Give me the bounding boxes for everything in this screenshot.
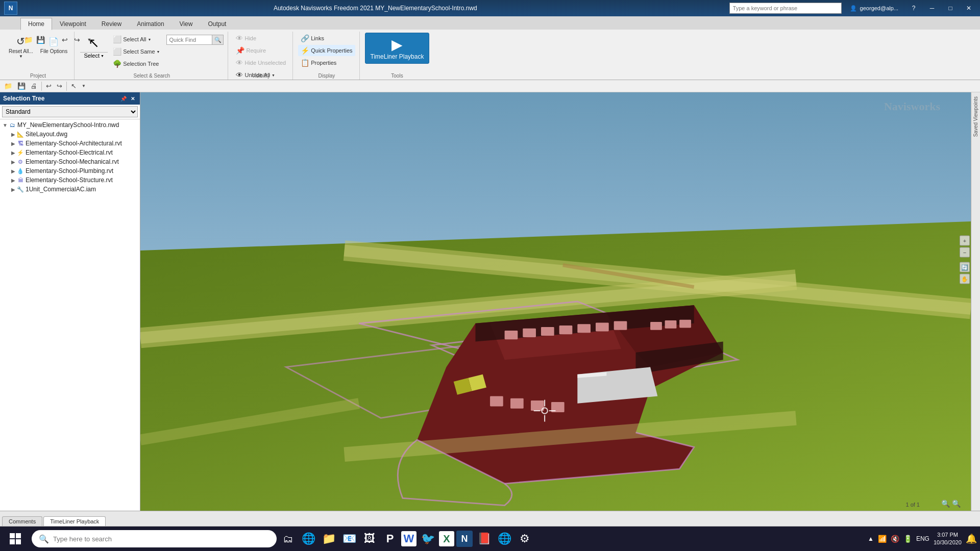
quick-properties-button[interactable]: ⚡ Quick Properties [298,45,355,56]
svg-rect-24 [650,322,662,330]
right-side-panel: Saved Viewpoints [971,92,980,511]
nav-separator [960,259,970,261]
item-label: Elementary-School-Electrical.rvt [26,149,113,156]
comments-tab[interactable]: Comments [2,516,42,526]
app-title: Autodesk Navisworks Freedom 2021 MY_NewE… [21,5,729,12]
show-hidden-icons[interactable]: ▲ [868,535,874,542]
powerpoint-icon[interactable]: P [381,530,399,548]
task-view-button[interactable]: 🗂 [279,530,297,548]
tb-dropdown[interactable]: ▼ [80,81,88,91]
tab-review[interactable]: Review [94,18,129,30]
minimize-button[interactable]: ─ [925,3,939,14]
tab-view[interactable]: View [172,18,201,30]
project-group-label: Project [2,73,74,79]
taskbar-right: ▲ 📶 🔇 🔋 ENG 3:07 PM 10/30/2020 🔔 [868,531,977,547]
separator2 [66,82,67,91]
secondary-toolbar: 📁 💾 🖨 ↩ ↪ ↖ ▼ [0,80,980,92]
ribbon-group-tools: ▶ TimeLiner Playback Tools [361,32,434,80]
app-icon[interactable]: ⚙ [516,530,534,548]
skype-icon[interactable]: 🐦 [419,530,437,548]
nav-zoom-in[interactable]: + [960,236,970,246]
tb-redo[interactable]: ↪ [55,81,64,91]
tab-viewpoint[interactable]: Viewpoint [52,18,94,30]
tree-view-select[interactable]: Standard Compact Properties Sets [2,106,138,117]
tree-item[interactable]: ▶ 🔧 1Unit_CommercialAC.iam [9,185,139,194]
tab-animation[interactable]: Animation [129,18,172,30]
excel-icon[interactable]: X [439,531,454,546]
tb-print[interactable]: 🖨 [29,81,39,91]
properties-button[interactable]: 📋 Properties [298,57,339,68]
nav-zoom-out[interactable]: − [960,247,970,258]
navisworks-taskbar-icon[interactable]: N [456,531,473,547]
mail-icon[interactable]: 📧 [340,530,358,548]
svg-rect-26 [679,320,691,328]
zoom-in-btn[interactable]: 🔍 [952,499,961,508]
hide-button[interactable]: 👁 Hide [233,33,259,44]
main-area: Selection Tree 📌 ✕ Standard Compact Prop… [0,92,980,511]
expand-icon: ▶ [10,168,16,174]
panel-pin-button[interactable]: 📌 [119,94,128,103]
network-icon: 📶 [878,535,887,543]
tree-item[interactable]: ▶ 📐 SiteLayout.dwg [9,130,139,139]
chrome-icon[interactable]: 🌐 [495,530,513,548]
file-options-button[interactable]: 📄 File Options [38,33,70,56]
select-icon: ↖ [88,35,100,51]
nav-controls: + − 🔄 ✋ [960,236,970,284]
saved-viewpoints-label[interactable]: Saved Viewpoints [972,94,979,139]
user-icon: 👤 [850,5,857,12]
tree-icon: 🌳 [113,60,121,68]
edge-icon[interactable]: 🌐 [299,530,317,548]
tree-item[interactable]: ▶ 🏛 Elementary-School-Structure.rvt [9,176,139,185]
rvt-icon: ⚡ [16,148,24,157]
expand-icon: ▶ [10,177,16,183]
tree-item[interactable]: ▶ ⚙ Elementary-School-Mechanical.rvt [9,157,139,166]
require-button[interactable]: 📌 Require [233,45,268,56]
select-all-button[interactable]: ⬜ Select All ▼ [110,34,162,45]
tb-undo[interactable]: ↩ [44,81,54,91]
viewport[interactable]: Navisworks + − 🔄 ✋ 1 of 1 🔍 🔍 [140,92,971,511]
timeliner-icon: ▶ [391,36,403,53]
selection-tree-button[interactable]: 🌳 Selection Tree [110,58,162,69]
panel-title: Selection Tree [3,95,44,102]
reset-all-button[interactable]: ↺ Reset All... ▼ [6,33,36,60]
panel-controls: 📌 ✕ [119,94,137,103]
taskbar-search[interactable]: 🔍 [32,530,277,547]
word-icon[interactable]: W [401,531,416,546]
select-same-button[interactable]: ⬜ Select Same ▼ [110,46,162,57]
photos-icon[interactable]: 🖼 [360,530,379,548]
tree-item[interactable]: ▶ ⚡ Elementary-School-Electrical.rvt [9,148,139,157]
start-button[interactable] [3,527,28,551]
nav-pan[interactable]: ✋ [960,274,970,284]
maximize-button[interactable]: □ [943,3,958,14]
links-button[interactable]: 🔗 Links [298,33,327,44]
panel-close-button[interactable]: ✕ [129,94,137,103]
help-button[interactable]: ? [906,3,921,14]
file-icon: 📄 [46,34,61,48]
keyword-search-input[interactable] [733,5,825,11]
tab-output[interactable]: Output [200,18,234,30]
quick-find-input[interactable] [166,35,212,45]
file-explorer-icon[interactable]: 📁 [320,530,338,548]
zoom-out-btn[interactable]: 🔍 [941,499,950,508]
hide-icon: 👁 [236,34,243,42]
taskbar-search-input[interactable] [53,535,270,543]
quick-find-search-button[interactable]: 🔍 [212,35,224,45]
tb-open[interactable]: 📁 [2,81,14,91]
notifications-button[interactable]: 🔔 [966,533,977,544]
close-button[interactable]: ✕ [962,3,976,14]
tree-item[interactable]: ▶ 🏗 Elementary-School-Architectural.rvt [9,139,139,148]
tb-save[interactable]: 💾 [15,81,28,91]
tree-item[interactable]: ▶ 💧 Elementary-School-Plumbing.rvt [9,166,139,176]
item-label: Elementary-School-Architectural.rvt [26,140,122,147]
nav-orbit[interactable]: 🔄 [960,262,970,272]
select-button[interactable]: ↖ Select ▼ [80,33,108,61]
timeliner-playback-tab[interactable]: TimeLiner Playback [43,516,106,526]
hide-unselected-button[interactable]: 👁 Hide Unselected [233,57,288,68]
acrobat-icon[interactable]: 📕 [475,530,493,548]
tb-select-cursor[interactable]: ↖ [69,81,79,91]
selection-tree-panel: Selection Tree 📌 ✕ Standard Compact Prop… [0,92,140,511]
tree-content: ▼ 🗂 MY_NewElementarySchool-Intro.nwd ▶ 📐… [0,119,140,511]
tree-root-item[interactable]: ▼ 🗂 MY_NewElementarySchool-Intro.nwd [1,120,139,130]
tab-home[interactable]: Home [20,18,52,30]
timeliner-playback-button[interactable]: ▶ TimeLiner Playback [365,33,430,64]
